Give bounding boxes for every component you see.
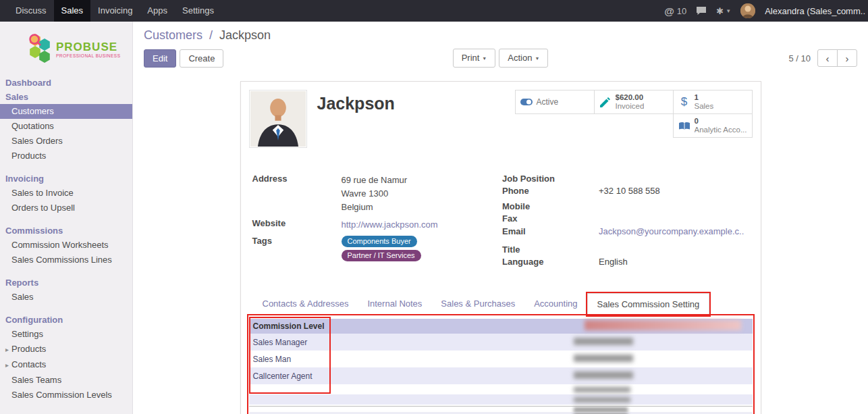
pencil-icon [599,97,612,108]
column-header-commission-level[interactable]: Commission Level [249,319,574,334]
stat-label: Active [537,97,559,107]
tags-label: Tags [252,236,342,264]
invoiced-stat-button[interactable]: $620.00 Invoiced [594,90,674,114]
sidebar-item-sales-orders[interactable]: Sales Orders [0,134,132,149]
sidebar-item-commission-worksheets[interactable]: Commission Worksheets [0,238,132,253]
menu-invoicing[interactable]: Invoicing [90,0,140,22]
table-row-sales-man[interactable]: Sales Man [249,351,753,367]
tab-contacts-addresses[interactable]: Contacts & Addresses [253,293,358,315]
commission-level-cell[interactable]: Sales Manager [249,334,574,351]
menu-apps[interactable]: Apps [140,0,175,22]
chevron-down-icon: ▼ [726,8,731,14]
commission-table: Commission Level Sales Manager Sales Man [249,319,753,405]
address-line-1: 69 rue de Namur [342,174,408,187]
edit-button[interactable]: Edit [144,49,176,68]
sidebar-heading-commissions[interactable]: Commissions [0,224,132,238]
empty-cell [249,394,574,405]
user-menu[interactable]: Alexandra (Sales_comm.. [765,6,865,16]
top-navbar: Discuss Sales Invoicing Apps Settings @ … [0,0,868,22]
address-value: 69 rue de Namur Wavre 1300 Belgium [342,174,408,214]
language-label: Language [502,257,599,268]
sidebar-item-config-products[interactable]: ▸Products [0,342,132,357]
tag-partner-it-services: Partner / IT Services [342,250,421,261]
sidebar-item-sales-commission-levels[interactable]: Sales Commission Levels [0,388,132,403]
app-logo[interactable]: PROBUSE PROFESSIONAL BUSINESS [0,22,132,76]
print-button[interactable]: Print▼ [453,49,496,68]
breadcrumb: Customers / Jackpson [144,28,857,43]
email-label: Email [502,226,599,238]
job-position-label: Job Position [502,174,599,185]
logo-title: PROBUSE [56,41,121,53]
redacted-value-cell [574,394,753,405]
tab-sales-purchases[interactable]: Sales & Purchases [431,293,524,315]
chat-icon[interactable] [696,6,707,16]
website-label: Website [252,218,342,232]
redacted-column-header [585,320,741,330]
sidebar-item-products[interactable]: Products [0,149,132,163]
sidebar-item-config-settings[interactable]: Settings [0,327,132,342]
action-button[interactable]: Action▼ [499,49,548,68]
active-stat-button[interactable]: Active [515,90,595,114]
chevron-right-icon: ▸ [5,361,9,369]
sidebar-item-sales-to-invoice[interactable]: Sales to Invoice [0,186,132,201]
sidebar-heading-invoicing[interactable]: Invoicing [0,172,132,186]
mentions-counter[interactable]: @ 10 [664,5,686,17]
sidebar-item-customers[interactable]: Customers [0,104,132,119]
mentions-count: 10 [677,6,686,16]
phone-value: +32 10 588 558 [599,186,660,197]
toggle-icon [520,96,533,108]
website-link[interactable]: http://www.jackpson.com [342,219,438,230]
menu-sales[interactable]: Sales [54,0,91,22]
tab-internal-notes[interactable]: Internal Notes [358,293,431,315]
redacted-cell [574,338,633,345]
empty-cell [249,384,574,394]
redacted-cell [574,355,633,362]
sidebar-heading-configuration[interactable]: Configuration [0,313,132,327]
pager-previous-button[interactable]: ‹ [817,49,838,67]
table-row-callcenter-agent[interactable]: Callcenter Agent [249,367,753,384]
breadcrumb-current: Jackpson [219,28,271,42]
user-avatar[interactable] [740,3,755,18]
stat-value: 1 [695,93,699,102]
sidebar-item-reports-sales[interactable]: Sales [0,290,132,305]
notebook-tabs: Contacts & Addresses Internal Notes Sale… [249,293,753,315]
menu-discuss[interactable]: Discuss [8,0,54,22]
address-line-2: Wavre 1300 [342,187,408,201]
breadcrumb-customers-link[interactable]: Customers [144,28,202,42]
debug-icon[interactable]: ✱▼ [716,6,731,16]
redacted-cell [574,407,628,412]
sidebar: PROBUSE PROFESSIONAL BUSINESS Dashboard … [0,22,133,414]
analytic-accounts-stat-button[interactable]: 0 Analytic Acco... [673,113,753,138]
sales-stat-button[interactable]: $ 1 Sales [673,90,753,114]
redacted-value-cell [574,351,753,367]
table-row-sales-manager[interactable]: Sales Manager [249,334,753,351]
table-header-row: Commission Level [249,319,753,334]
pager-next-button[interactable]: › [837,49,857,67]
sidebar-heading-sales[interactable]: Sales [0,90,132,104]
menu-settings[interactable]: Settings [175,0,221,22]
create-button[interactable]: Create [180,49,223,68]
sidebar-item-sales-teams[interactable]: Sales Teams [0,373,132,388]
commission-table-region: Commission Level Sales Manager Sales Man [249,319,753,414]
sidebar-item-orders-to-upsell[interactable]: Orders to Upsell [0,201,132,215]
caret-down-icon: ▼ [535,56,539,61]
sidebar-item-quotations[interactable]: Quotations [0,119,132,134]
tab-sales-commission-setting[interactable]: Sales Commission Setting [587,293,710,315]
email-link[interactable]: Jackpson@yourcompany.example.c.. [599,226,744,236]
language-value: English [599,257,628,268]
tab-accounting[interactable]: Accounting [524,293,587,315]
commission-level-cell[interactable]: Callcenter Agent [249,367,574,384]
dollar-icon: $ [678,95,691,109]
probuse-logo-icon [26,32,51,66]
sidebar-item-config-contacts[interactable]: ▸Contacts [0,357,132,373]
phone-label: Phone [502,186,599,197]
sidebar-heading-reports[interactable]: Reports [0,276,132,290]
table-footer-row [249,406,753,412]
column-header-redacted [574,319,753,334]
sidebar-heading-dashboard[interactable]: Dashboard [0,76,132,90]
commission-level-cell[interactable]: Sales Man [249,351,574,367]
partner-form-sheet: Jackpson Active $620.00 Invoiced [240,81,761,414]
stat-label: Analytic Acco... [695,126,747,134]
redacted-value-cell [574,384,753,394]
sidebar-item-sales-commissions-lines[interactable]: Sales Commissions Lines [0,253,132,267]
